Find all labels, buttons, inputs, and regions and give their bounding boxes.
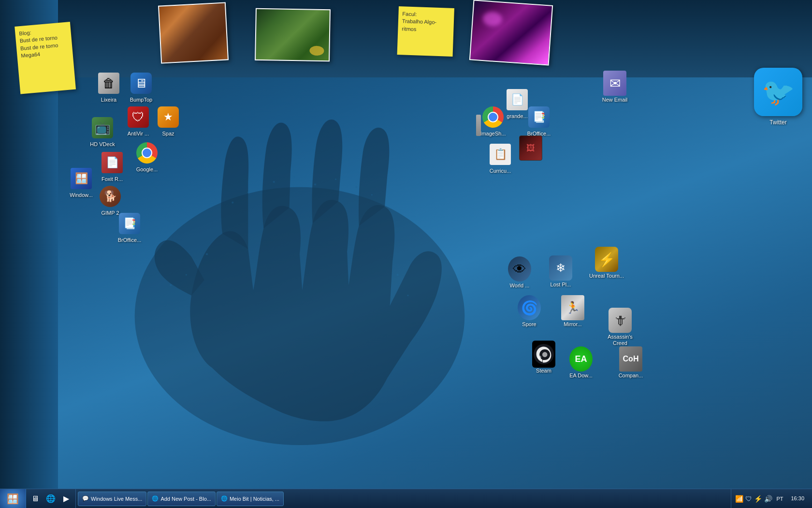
svg-point-4: [294, 176, 295, 178]
show-desktop-btn[interactable]: 🖥: [28, 492, 43, 506]
svg-point-10: [186, 274, 187, 275]
language-indicator[interactable]: PT: [774, 496, 785, 502]
svg-point-15: [542, 352, 548, 358]
icon-dark-img[interactable]: 🖼: [511, 136, 550, 162]
icon-company[interactable]: CoH Compan...: [611, 347, 650, 379]
svg-point-8: [371, 194, 373, 195]
icon-spore-label: Spore: [510, 321, 549, 328]
icon-lost-planet[interactable]: ❄ Lost Pl...: [541, 256, 580, 288]
icon-mirrors-edge[interactable]: 🏃 Mirror...: [553, 296, 592, 328]
newpost-icon: 🌐: [152, 495, 159, 502]
icon-world-label: World ...: [500, 283, 539, 289]
icon-broffice-right[interactable]: 📑 BrOffice...: [520, 105, 558, 137]
icon-hdvdeck-label: HD VDeck: [83, 141, 122, 148]
messenger-icon: 💬: [82, 495, 89, 502]
desktop: Blog:Bust de re tornoBust de re tornoMeg…: [0, 0, 812, 489]
svg-point-7: [355, 186, 357, 188]
taskbar: 🪟 🖥 🌐 ▶ 💬 Windows Live Mess... 🌐 Add New…: [0, 489, 812, 508]
tray-network-icon[interactable]: 📶: [735, 495, 743, 503]
icon-google-label: Google...: [128, 166, 166, 173]
icon-lost-planet-label: Lost Pl...: [541, 282, 580, 288]
icon-world[interactable]: 👁 World ...: [500, 257, 539, 289]
icon-new-email[interactable]: ✉ New Email: [595, 72, 634, 103]
icon-twitter[interactable]: 🐦 Twitter: [749, 68, 807, 126]
icon-steam[interactable]: Steam: [524, 343, 563, 374]
svg-point-2: [247, 192, 249, 193]
meiobit-label: Meio Bit | Noticias, ...: [230, 496, 279, 502]
icon-ea-label: EA Dow...: [562, 373, 600, 379]
svg-point-3: [273, 181, 275, 183]
ie-btn[interactable]: 🌐: [44, 492, 58, 506]
system-clock[interactable]: 16:30: [787, 495, 808, 502]
sticky-note-1-text: Blog:Bust de re tornoBust de re tornoMeg…: [19, 30, 58, 59]
taskbar-app-meiobit[interactable]: 🌐 Meio Bit | Noticias, ...: [217, 492, 284, 506]
icon-mirrors-edge-label: Mirror...: [553, 321, 592, 328]
clock-time: 16:30: [791, 495, 804, 502]
newpost-label: Add New Post - Blo...: [160, 496, 211, 502]
icon-spore[interactable]: 🌀 Spore: [510, 296, 549, 328]
icon-pencil[interactable]: [459, 114, 498, 139]
icon-curriculo-label: Curricu...: [481, 168, 520, 174]
windows-logo-icon: 🪟: [7, 493, 19, 505]
icon-bumptop[interactable]: 🖥 BumpTop: [122, 72, 160, 103]
icon-unreal-label: Unreal Tourn...: [587, 273, 626, 279]
icon-google[interactable]: Google...: [128, 141, 166, 173]
photo-2[interactable]: [255, 8, 331, 62]
svg-point-13: [407, 295, 408, 296]
svg-point-1: [232, 202, 233, 204]
svg-point-11: [170, 284, 172, 286]
svg-point-12: [397, 274, 399, 276]
icon-broffice-left-label: BrOffice...: [110, 237, 149, 243]
taskbar-app-newpost[interactable]: 🌐 Add New Post - Blo...: [147, 492, 216, 506]
icon-assassins-creed-label: Assassin's Creed: [601, 334, 639, 346]
quick-launch: 🖥 🌐 ▶: [26, 489, 76, 508]
icon-bumptop-label: BumpTop: [122, 97, 160, 103]
svg-point-6: [335, 179, 336, 180]
icon-broffice-left[interactable]: 📑 BrOffice...: [110, 212, 149, 243]
sticky-note-2-text: Facul:Trabalho Algo-ritmos: [402, 11, 436, 32]
svg-point-16: [538, 356, 541, 359]
icon-company-label: Compan...: [611, 373, 650, 379]
icon-assassins-creed[interactable]: 🗡 Assassin's Creed: [598, 309, 642, 346]
photo-1[interactable]: [158, 2, 229, 63]
icon-new-email-label: New Email: [595, 97, 634, 103]
messenger-label: Windows Live Mess...: [91, 496, 142, 502]
svg-point-9: [206, 253, 208, 255]
tray-volume-icon[interactable]: 🔊: [764, 495, 772, 503]
icon-ea[interactable]: EA EA Dow...: [562, 347, 600, 379]
sticky-note-1[interactable]: Blog:Bust de re tornoBust de re tornoMeg…: [14, 22, 76, 94]
media-btn[interactable]: ▶: [59, 492, 73, 506]
taskbar-apps: 💬 Windows Live Mess... 🌐 Add New Post - …: [76, 489, 731, 508]
meiobit-icon: 🌐: [221, 495, 228, 502]
photo-3[interactable]: [469, 0, 553, 66]
icon-unreal[interactable]: ⚡ Unreal Tourn...: [587, 248, 626, 279]
twitter-icon-graphic: 🐦: [754, 68, 802, 116]
tray-battery-icon[interactable]: ⚡: [754, 495, 762, 503]
icon-spaz[interactable]: ★ Spaz: [149, 105, 188, 137]
icon-steam-label: Steam: [524, 368, 563, 374]
svg-point-5: [314, 183, 316, 185]
system-tray: 📶 🛡 ⚡ 🔊 PT 16:30: [731, 489, 812, 508]
icon-hdvdeck[interactable]: 📺 HD VDeck: [83, 116, 122, 148]
sticky-note-2[interactable]: Facul:Trabalho Algo-ritmos: [397, 6, 454, 57]
tray-antivirus-icon[interactable]: 🛡: [745, 495, 752, 503]
icon-spaz-label: Spaz: [149, 131, 188, 137]
start-button[interactable]: 🪟: [0, 489, 26, 508]
icon-twitter-label: Twitter: [769, 119, 786, 126]
taskbar-app-messenger[interactable]: 💬 Windows Live Mess...: [78, 492, 146, 506]
